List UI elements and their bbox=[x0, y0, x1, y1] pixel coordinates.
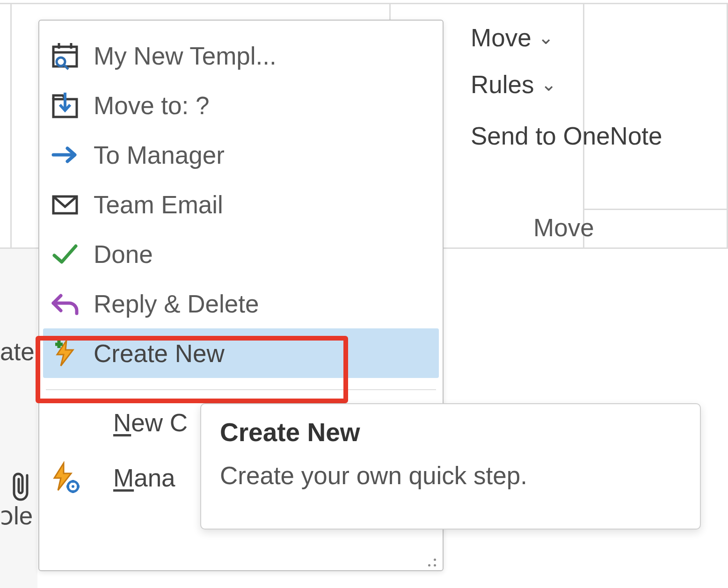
ribbon-divider bbox=[10, 4, 12, 247]
blank-icon bbox=[47, 404, 83, 441]
forward-arrow-icon bbox=[47, 137, 83, 173]
quick-step-my-new-template[interactable]: My New Templ... bbox=[43, 31, 439, 80]
onenote-label: Send to OneNote bbox=[471, 122, 662, 150]
quick-step-label: My New Templ... bbox=[94, 42, 277, 70]
quick-step-label: Team Email bbox=[94, 190, 223, 219]
ribbon-top-border bbox=[0, 3, 728, 4]
chevron-down-icon: ⌄ bbox=[541, 73, 557, 95]
rules-button[interactable]: Rules ⌄ bbox=[467, 61, 721, 108]
new-quick-step-label: New C bbox=[113, 408, 188, 437]
lightning-plus-icon bbox=[47, 335, 83, 371]
move-button[interactable]: Move ⌄ bbox=[467, 14, 721, 61]
tooltip-body: Create your own quick step. bbox=[220, 461, 681, 490]
quick-step-team-email[interactable]: Team Email bbox=[43, 180, 439, 229]
cropped-text: ate bbox=[0, 337, 35, 366]
envelope-icon bbox=[47, 186, 83, 223]
rules-label: Rules bbox=[471, 70, 534, 99]
tooltip-title: Create New bbox=[220, 417, 681, 447]
resize-grip-icon[interactable] bbox=[422, 552, 436, 566]
lightning-gear-icon bbox=[47, 459, 83, 496]
quick-step-reply-delete[interactable]: Reply & Delete bbox=[43, 279, 439, 328]
quick-step-to-manager[interactable]: To Manager bbox=[43, 130, 439, 180]
quick-steps-list: My New Templ... Move to: ? bbox=[39, 21, 443, 381]
manage-quick-steps-label: Mana bbox=[113, 464, 175, 492]
chevron-down-icon: ⌄ bbox=[538, 27, 554, 48]
move-group: Move ⌄ Rules ⌄ Send to OneNote bbox=[467, 14, 721, 164]
calendar-search-icon bbox=[47, 37, 83, 74]
move-label: Move bbox=[471, 23, 531, 52]
move-group-label: Move bbox=[533, 213, 594, 242]
quick-step-label: Done bbox=[94, 240, 153, 269]
quick-step-label: Reply & Delete bbox=[94, 290, 259, 318]
quick-step-done[interactable]: Done bbox=[43, 229, 439, 279]
quick-step-create-new[interactable]: Create New bbox=[43, 328, 439, 378]
cropped-text: ɔle bbox=[0, 501, 33, 530]
menu-separator bbox=[46, 389, 436, 390]
tooltip: Create New Create your own quick step. bbox=[200, 403, 701, 530]
quick-step-move-to[interactable]: Move to: ? bbox=[43, 80, 439, 130]
ribbon-group-separator bbox=[583, 209, 728, 210]
move-to-folder-icon bbox=[47, 87, 83, 123]
quick-step-label: Create New bbox=[94, 339, 225, 368]
send-to-onenote-button[interactable]: Send to OneNote bbox=[467, 108, 721, 164]
attachment-icon bbox=[8, 469, 34, 503]
quick-step-label: Move to: ? bbox=[94, 91, 209, 120]
svg-point-15 bbox=[72, 485, 74, 488]
checkmark-icon bbox=[47, 236, 83, 272]
svg-point-4 bbox=[57, 58, 65, 66]
quick-step-label: To Manager bbox=[94, 141, 225, 169]
reply-icon bbox=[47, 285, 83, 322]
